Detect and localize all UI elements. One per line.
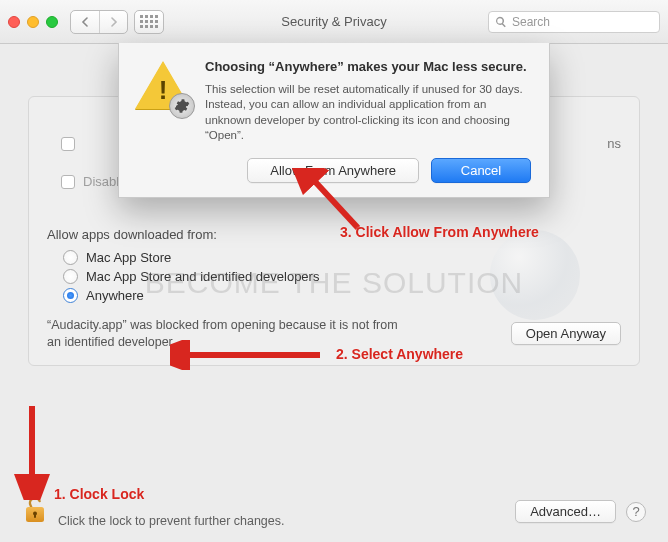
forward-button[interactable] — [99, 11, 127, 33]
close-window-button[interactable] — [8, 16, 20, 28]
truncated-label: ns — [607, 136, 621, 151]
advanced-button[interactable]: Advanced… — [515, 500, 616, 523]
show-all-button[interactable] — [134, 10, 164, 34]
warning-icon: ! — [135, 59, 191, 115]
dialog-title: Choosing “Anywhere” makes your Mac less … — [205, 59, 531, 76]
radio-row-identified[interactable]: Mac App Store and identified developers — [63, 269, 621, 284]
radio-label-anywhere: Anywhere — [86, 288, 144, 303]
lock-icon[interactable] — [22, 495, 48, 528]
cancel-button[interactable]: Cancel — [431, 158, 531, 183]
allow-from-anywhere-button[interactable]: Allow From Anywhere — [247, 158, 419, 183]
checkbox-icon[interactable] — [61, 175, 75, 189]
radio-icon[interactable] — [63, 269, 78, 284]
zoom-window-button[interactable] — [46, 16, 58, 28]
back-button[interactable] — [71, 11, 99, 33]
open-anyway-button[interactable]: Open Anyway — [511, 322, 621, 345]
radio-row-anywhere[interactable]: Anywhere — [63, 288, 621, 303]
search-placeholder: Search — [512, 15, 550, 29]
gear-icon — [169, 93, 195, 119]
confirm-anywhere-dialog: ! Choosing “Anywhere” makes your Mac les… — [118, 43, 550, 198]
lock-message: Click the lock to prevent further change… — [58, 514, 285, 528]
grid-icon — [140, 15, 158, 28]
radio-icon[interactable] — [63, 288, 78, 303]
checkbox-icon[interactable] — [61, 137, 75, 151]
dialog-body: This selection will be reset automatical… — [205, 82, 531, 144]
svg-rect-2 — [34, 514, 36, 518]
radio-row-app-store[interactable]: Mac App Store — [63, 250, 621, 265]
radio-label-app-store: Mac App Store — [86, 250, 171, 265]
window-controls — [8, 16, 58, 28]
search-field[interactable]: Search — [488, 11, 660, 33]
blocked-app-text: “Audacity.app” was blocked from opening … — [47, 317, 407, 351]
lock-footer: Click the lock to prevent further change… — [0, 495, 668, 528]
blocked-app-row: “Audacity.app” was blocked from opening … — [47, 317, 621, 351]
allow-apps-label: Allow apps downloaded from: — [47, 227, 621, 242]
radio-label-identified: Mac App Store and identified developers — [86, 269, 319, 284]
search-icon — [495, 16, 507, 28]
radio-icon[interactable] — [63, 250, 78, 265]
minimize-window-button[interactable] — [27, 16, 39, 28]
annotation-arrow-1 — [8, 400, 58, 500]
help-button[interactable]: ? — [626, 502, 646, 522]
nav-back-forward[interactable] — [70, 10, 128, 34]
titlebar: Security & Privacy Search — [0, 0, 668, 44]
